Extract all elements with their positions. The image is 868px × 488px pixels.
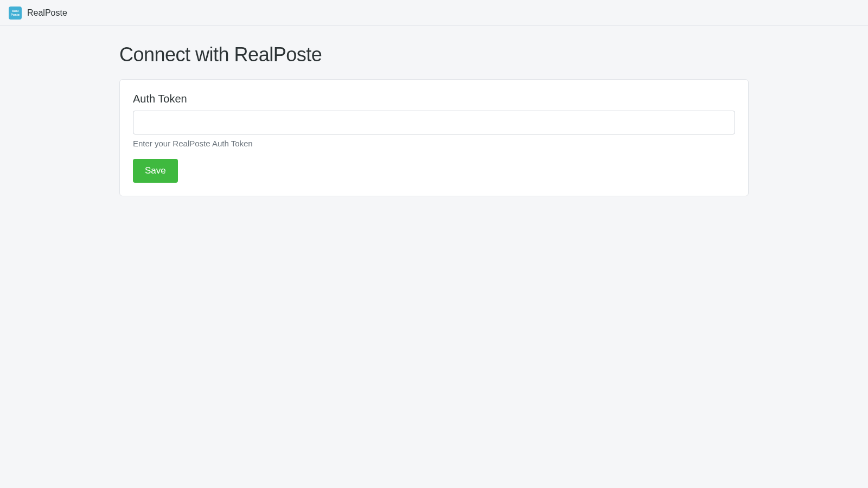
auth-token-input[interactable] — [133, 111, 735, 134]
app-header: Real Poste RealPoste — [0, 0, 868, 26]
auth-token-help-text: Enter your RealPoste Auth Token — [133, 139, 735, 148]
main-content: Connect with RealPoste Auth Token Enter … — [0, 26, 868, 196]
form-card: Auth Token Enter your RealPoste Auth Tok… — [119, 79, 749, 196]
save-button[interactable]: Save — [133, 159, 178, 183]
auth-token-label: Auth Token — [133, 93, 735, 105]
content-container: Connect with RealPoste Auth Token Enter … — [119, 43, 749, 196]
logo-text-line1: Real — [12, 9, 19, 13]
page-title: Connect with RealPoste — [119, 43, 749, 66]
app-logo-icon: Real Poste — [9, 7, 22, 20]
logo-text-line2: Poste — [11, 13, 20, 17]
app-name: RealPoste — [27, 8, 67, 18]
